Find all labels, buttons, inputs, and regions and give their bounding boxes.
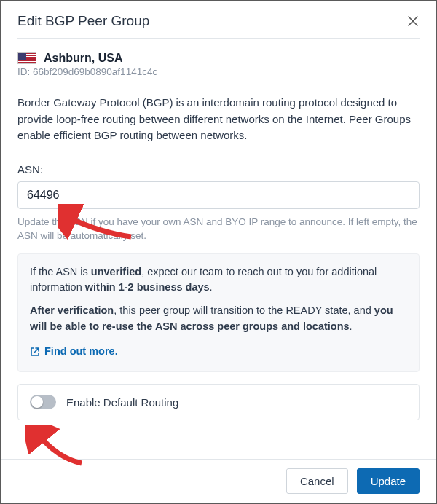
- info-paragraph-2: After verification, this peer group will…: [30, 303, 407, 335]
- us-flag-icon: [17, 52, 36, 64]
- close-button[interactable]: [406, 15, 420, 28]
- info-paragraph-1: If the ASN is unverified, expect our tea…: [30, 264, 407, 296]
- modal-header: Edit BGP Peer Group: [1, 1, 436, 38]
- bgp-description: Border Gateway Protocol (BGP) is an inte…: [17, 95, 420, 144]
- enable-default-routing-label: Enable Default Routing: [66, 396, 178, 409]
- default-routing-box: Enable Default Routing: [17, 384, 420, 420]
- edit-bgp-peer-group-modal: Edit BGP Peer Group Ashburn, USA ID: 66b…: [0, 0, 437, 504]
- external-link-icon: [30, 347, 40, 357]
- location-row: Ashburn, USA: [17, 52, 420, 65]
- modal-body: Ashburn, USA ID: 66bf209d69b0890af1141c4…: [1, 39, 436, 459]
- asn-info-box: If the ASN is unverified, expect our tea…: [17, 253, 420, 373]
- cancel-button[interactable]: Cancel: [286, 468, 348, 494]
- location-name: Ashburn, USA: [44, 52, 122, 65]
- asn-helper-text: Update the ASN if you have your own ASN …: [17, 215, 420, 243]
- enable-default-routing-toggle[interactable]: [30, 395, 56, 409]
- modal-title: Edit BGP Peer Group: [17, 13, 149, 29]
- close-icon: [407, 15, 419, 27]
- find-out-more-label: Find out more.: [44, 344, 118, 360]
- update-button[interactable]: Update: [357, 468, 420, 494]
- asn-input[interactable]: [17, 181, 420, 209]
- toggle-knob: [31, 396, 43, 408]
- find-out-more-link[interactable]: Find out more.: [30, 344, 118, 360]
- asn-label: ASN:: [17, 163, 420, 176]
- modal-footer: Cancel Update: [1, 459, 436, 503]
- location-id: ID: 66bf209d69b0890af1141c4c: [17, 66, 420, 77]
